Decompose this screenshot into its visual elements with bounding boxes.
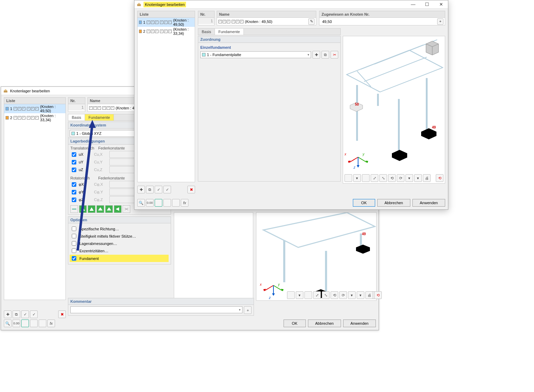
list-delete-button[interactable]: ✖ (58, 310, 66, 318)
color-swatch-orange (139, 30, 142, 33)
viewer-t1[interactable] (287, 291, 295, 299)
view1-button[interactable] (21, 320, 29, 327)
view2-button[interactable] (30, 320, 38, 327)
phiy-checkbox[interactable] (72, 190, 76, 194)
v-xy[interactable]: ⤢ (371, 174, 378, 182)
formula-button-f[interactable]: fx (181, 199, 188, 207)
list-row[interactable]: 1(Knoten : 49,50) (4, 104, 65, 113)
apply-button-back[interactable]: Anwenden (343, 320, 376, 327)
list-delete-button-f[interactable]: ✖ (187, 186, 195, 193)
list-body-back[interactable]: 1(Knoten : 49,50) 2(Knoten : 33,34) (4, 104, 66, 300)
viewer-t2[interactable]: ▾ (296, 291, 303, 299)
support-rollerx-button[interactable] (96, 205, 104, 213)
v-sel[interactable] (362, 174, 370, 182)
formula-button[interactable]: fx (47, 320, 55, 327)
opt-dimensions-checkbox[interactable] (72, 241, 76, 246)
cancel-button-back[interactable]: Abbrechen (308, 320, 341, 327)
support-custom-button[interactable] (123, 205, 130, 213)
support-rollery-button[interactable] (105, 205, 113, 213)
preview-3d-front[interactable]: 50 49 x y z ▾ ⤢ ⤡ ⟲ ⟳ (343, 36, 445, 184)
opt-direction-checkbox[interactable] (72, 226, 76, 231)
viewer-print[interactable]: 🖨 (365, 291, 373, 299)
list-new-button[interactable]: ✚ (4, 310, 11, 318)
uz-checkbox[interactable] (72, 168, 76, 172)
fundament-combo[interactable]: 1 - Fundamentplatte▾ (200, 51, 311, 58)
ok-button-back[interactable]: OK (284, 320, 306, 327)
tab-fundamente-front[interactable]: Fundamente (215, 29, 244, 35)
list-row[interactable]: 2(Knoten : 33,34) (138, 27, 195, 36)
list-checkall-button[interactable]: ✓ (21, 310, 29, 318)
assigned-pick-button[interactable]: ⌖ (437, 18, 443, 25)
list-row[interactable]: 1(Knoten : 49,50) (138, 18, 195, 27)
nr-input-back[interactable] (68, 104, 85, 110)
view3-button[interactable] (39, 320, 46, 327)
list-uncheck-button-f[interactable]: ✓ (163, 186, 171, 193)
assigned-input[interactable] (321, 18, 437, 25)
ux-checkbox[interactable] (72, 152, 76, 157)
maximize-button[interactable]: ☐ (420, 0, 434, 9)
view3-button-f[interactable] (172, 199, 180, 207)
units-button[interactable]: 0.00 (13, 320, 20, 327)
fund-delete-button[interactable]: ✂ (331, 51, 338, 59)
tab-fundamente-back[interactable]: Fundamente (85, 114, 114, 121)
view2-button-f[interactable] (163, 199, 171, 207)
viewer-t7[interactable]: ▾ (348, 291, 356, 299)
v-topo[interactable] (345, 174, 352, 182)
ok-button-front[interactable]: OK (353, 199, 375, 207)
v-dd1[interactable]: ▾ (405, 174, 413, 182)
viewer-xy[interactable]: ⤢ (313, 291, 321, 299)
svg-rect-0 (4, 91, 8, 92)
v-grid[interactable]: ▾ (353, 174, 361, 182)
svg-marker-11 (356, 245, 370, 254)
apply-button-front[interactable]: Anwenden (412, 199, 445, 207)
name-edit-button[interactable]: ✎ (308, 18, 315, 25)
v-iso[interactable]: ⟳ (397, 174, 404, 182)
phiz-checkbox[interactable] (72, 198, 76, 202)
list-new-button-f[interactable]: ✚ (137, 186, 145, 193)
uy-checkbox[interactable] (72, 160, 76, 164)
preview-3d-back[interactable]: 49 x y z ✥ ▾ ⤢ ⤡ ⟲ ⟳ ▾ ▾ (256, 212, 377, 301)
support-fixed-button[interactable] (79, 205, 87, 213)
opt-eccentricity-checkbox[interactable] (72, 248, 76, 253)
list-copy-button-f[interactable]: ⧉ (146, 186, 154, 193)
viewer-t8[interactable]: ▾ (357, 291, 364, 299)
list-checkall-button-f[interactable]: ✓ (155, 186, 162, 193)
nr-input-front[interactable] (198, 18, 214, 24)
v-reset[interactable]: ⟲ (436, 174, 443, 182)
list-body-front[interactable]: 1(Knoten : 49,50) 2(Knoten : 33,34) (137, 18, 195, 182)
units-button-f[interactable]: 0.00 (146, 199, 154, 207)
tab-basis-back[interactable]: Basis (68, 114, 85, 121)
tab-basis-front[interactable]: Basis (198, 29, 215, 35)
view1-button-f[interactable] (155, 199, 162, 207)
view-cube[interactable] (423, 39, 442, 57)
v-dd2[interactable]: ▾ (414, 174, 422, 182)
zoom-button-f[interactable]: 🔍 (137, 199, 145, 207)
viewer-t5[interactable]: ⟲ (331, 291, 338, 299)
fund-new-button[interactable]: ✚ (312, 51, 320, 59)
comment-plus-button[interactable]: ＋ (244, 306, 251, 314)
zoom-button[interactable]: 🔍 (4, 320, 11, 327)
list-row[interactable]: 2(Knoten : 33,34) (4, 113, 65, 122)
fund-copy-button[interactable]: ⧉ (322, 51, 329, 59)
support-rollerz-button[interactable] (114, 205, 122, 213)
minimize-button[interactable]: — (406, 0, 420, 9)
v-xz[interactable]: ⤡ (379, 174, 387, 182)
support-free-button[interactable] (70, 205, 78, 213)
list-copy-button[interactable]: ⧉ (13, 310, 20, 318)
opt-fictive-checkbox[interactable] (72, 234, 76, 238)
support-pinned-button[interactable] (88, 205, 95, 213)
list-uncheck-button[interactable]: ✓ (30, 310, 38, 318)
svg-marker-33 (421, 128, 436, 139)
viewer-t3[interactable] (304, 291, 312, 299)
svg-marker-1 (4, 89, 8, 90)
close-button[interactable]: ✕ (434, 0, 448, 9)
viewer-t4[interactable]: ⤡ (322, 291, 330, 299)
v-print[interactable]: 🖨 (423, 174, 431, 182)
phix-checkbox[interactable] (72, 182, 76, 187)
viewer-reset[interactable]: ⟲ (374, 291, 382, 299)
comment-combo[interactable]: ▾ (70, 306, 242, 313)
viewer-t6[interactable]: ⟳ (339, 291, 347, 299)
v-yz[interactable]: ⟲ (388, 174, 396, 182)
cancel-button-front[interactable]: Abbrechen (377, 199, 410, 207)
opt-fundament-checkbox[interactable] (72, 256, 76, 261)
